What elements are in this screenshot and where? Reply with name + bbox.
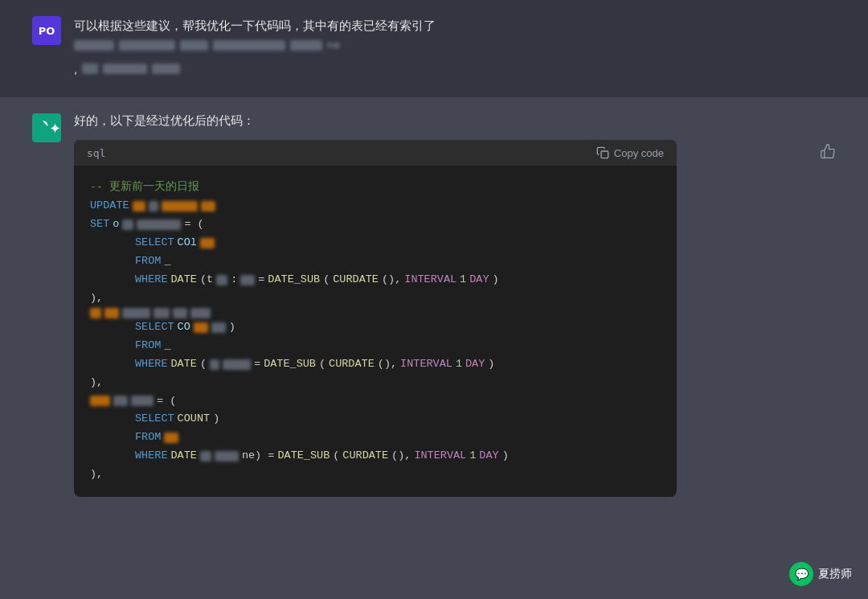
keyword-select-3: SELECT [135,410,174,429]
blur-5 [290,40,322,51]
code-line-16: WHERE DATE ne) = DATE_SUB ( CURDATE (), … [90,447,661,466]
openai-logo-icon [32,119,49,137]
code-line-2: UPDATE [90,197,661,215]
blur-4 [213,40,285,51]
code-line-13: = ( [90,392,661,411]
keyword-where: WHERE [135,271,168,289]
wechat-icon: 💬 [789,562,813,586]
keyword-set: SET [90,215,109,234]
keyword-from: FROM [135,252,161,271]
code-language-label: sql [87,147,105,159]
keyword-where-3: WHERE [135,447,168,466]
code-content: -- 更新前一天的日报 UPDATE SET o [74,166,677,497]
chat-container: PO 可以根据这些建议，帮我优化一下代码吗，其中有的表已经有索引了 ne , [0,0,868,599]
code-block: sql Copy code -- 更新前一天的日报 [74,140,677,497]
code-line-9: SELECT CO ) [90,318,661,337]
keyword-select-2: SELECT [135,318,174,337]
code-line-6: WHERE DATE (t : = DATE_SUB ( CURDATE (),… [90,271,661,289]
ai-message-section: ✦ 好的，以下是经过优化后的代码： sql Copy code [0,97,868,599]
user-message-blur-line2: , [74,60,836,78]
thumbs-up-icon [820,143,836,159]
ai-message-content: 好的，以下是经过优化后的代码： sql Copy code [74,113,836,497]
keyword-where-2: WHERE [135,355,168,374]
svg-rect-0 [601,151,608,158]
code-line-10: FROM _ [90,337,661,355]
keyword-select: SELECT [135,234,174,252]
code-line-11: WHERE DATE ( = DATE_SUB ( CURDATE (), IN… [90,355,661,374]
blur-3 [180,40,208,51]
copy-label: Copy code [614,147,664,159]
code-line-3: SET o = ( [90,215,661,234]
code-line-7: ), [90,289,661,308]
code-line-4: SELECT COl [90,234,661,252]
ai-intro-text: 好的，以下是经过优化后的代码： [74,113,836,129]
blur-2 [119,40,175,51]
code-line-8 [90,308,661,318]
sql-comment: -- 更新前一天的日报 [90,178,199,197]
code-line-17: ), [90,466,661,484]
keyword-from-2: FROM [135,337,161,355]
copy-code-button[interactable]: Copy code [596,146,664,159]
blur-1 [74,40,114,51]
copy-icon [596,146,609,159]
avatar-label: PO [39,25,55,37]
keyword-update: UPDATE [90,197,129,215]
code-line-12: ), [90,374,661,392]
user-message-text: 可以根据这些建议，帮我优化一下代码吗，其中有的表已经有索引了 ne [74,16,836,54]
thumbs-up-button[interactable] [820,143,836,162]
user-avatar: PO [32,16,61,45]
ai-avatar: ✦ [32,113,61,142]
user-message-section: PO 可以根据这些建议，帮我优化一下代码吗，其中有的表已经有索引了 ne , [0,0,868,97]
code-line-5: FROM _ [90,252,661,271]
code-line-14: SELECT COUNT ) [90,410,661,429]
user-message-main: 可以根据这些建议，帮我优化一下代码吗，其中有的表已经有索引了 [74,18,436,33]
keyword-from-3: FROM [135,429,161,447]
wechat-watermark: 💬 夏捞师 [789,562,852,586]
code-line-1: -- 更新前一天的日报 [90,178,661,197]
code-block-header: sql Copy code [74,140,677,166]
watermark-label: 夏捞师 [818,567,852,581]
user-message-content: 可以根据这些建议，帮我优化一下代码吗，其中有的表已经有索引了 ne , [74,16,836,81]
code-line-15: FROM [90,429,661,447]
